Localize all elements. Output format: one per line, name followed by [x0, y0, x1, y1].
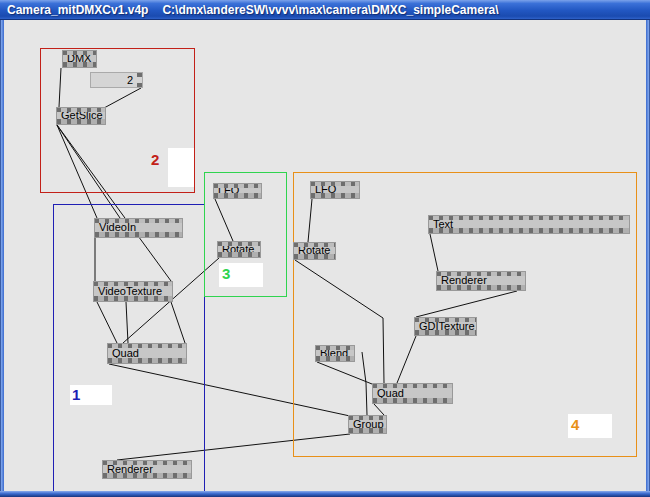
node-label: VideoIn [99, 222, 136, 233]
node-group[interactable]: Group [348, 415, 387, 434]
node-label: Quad [112, 348, 139, 359]
node-label: Rotate [298, 245, 330, 256]
node-label: GDITexture [419, 321, 475, 332]
window-border-bottom[interactable] [0, 491, 650, 497]
node-label: Renderer [107, 464, 153, 475]
region-number-2: 2 [151, 152, 159, 167]
node-renderer-2[interactable]: Renderer [436, 271, 526, 291]
node-blend[interactable]: Blend [315, 345, 355, 362]
node-lfo-1[interactable]: LFO [213, 183, 262, 199]
node-label: VideoTexture [98, 286, 162, 297]
node-label: Renderer [441, 275, 487, 286]
node-videotexture[interactable]: VideoTexture [93, 281, 173, 302]
node-label: DMX [67, 53, 91, 64]
iobox-iobox-value[interactable]: 2 [90, 72, 143, 88]
node-quad-2[interactable]: Quad [372, 383, 453, 404]
node-label: Blend [320, 348, 348, 359]
node-quad-1[interactable]: Quad [107, 343, 187, 364]
node-text[interactable]: Text [428, 215, 630, 234]
node-label: GetSlice [61, 110, 103, 121]
region-number-3: 3 [222, 266, 230, 281]
title-bar[interactable]: Camera_mitDMXCv1.v4p C:\dmx\andereSW\vvv… [0, 0, 650, 20]
window-border-left[interactable] [0, 20, 4, 491]
node-label: LFO [315, 184, 336, 195]
node-renderer-1[interactable]: Renderer [102, 460, 192, 479]
node-lfo-2[interactable]: LFO [310, 181, 360, 199]
node-label: Group [353, 419, 384, 430]
node-videoin[interactable]: VideoIn [94, 218, 183, 238]
window-border-right[interactable] [646, 20, 650, 491]
vvvv-patch-window: Camera_mitDMXCv1.v4p C:\dmx\andereSW\vvv… [0, 0, 650, 497]
node-label: Quad [377, 388, 404, 399]
node-label: LFO [218, 185, 239, 196]
node-label: Text [433, 219, 453, 230]
node-dmx[interactable]: DMX [62, 50, 97, 68]
region-number-1: 1 [72, 387, 80, 402]
node-label: 2 [127, 75, 133, 86]
node-label: Rotate [222, 244, 254, 255]
node-rotate-1[interactable]: Rotate [217, 241, 261, 258]
window-title-path: C:\dmx\andereSW\vvvv\max\camera\DMXC_sim… [162, 3, 498, 17]
region-number-4: 4 [571, 417, 579, 432]
window-title-filename: Camera_mitDMXCv1.v4p [7, 3, 148, 17]
patch-canvas[interactable]: 1234DMX2GetSliceVideoInVideoTextureQuadR… [0, 20, 650, 491]
region-label-box-2[interactable] [168, 148, 194, 187]
node-rotate-2[interactable]: Rotate [293, 242, 336, 260]
node-gditexture[interactable]: GDITexture [414, 317, 477, 336]
node-getslice[interactable]: GetSlice [56, 107, 106, 125]
